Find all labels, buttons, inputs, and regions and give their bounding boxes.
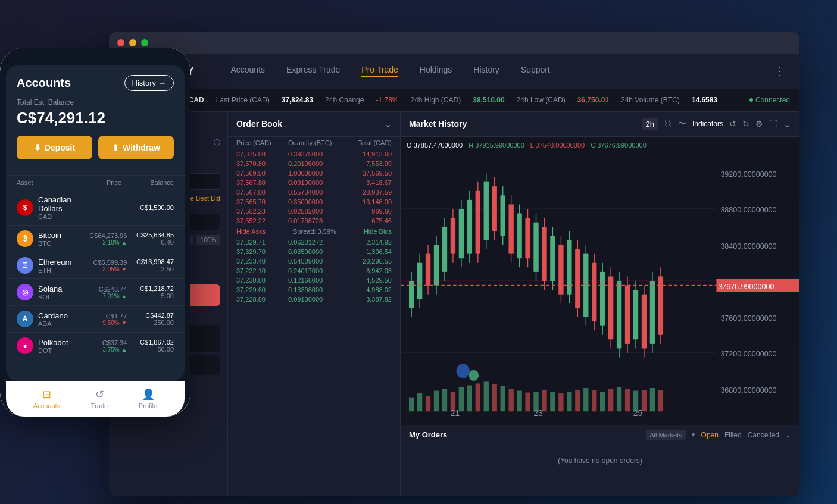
high-label: 24h High (CAD): [411, 96, 461, 104]
ask-row: 37,567.800.091000003,418.67: [228, 178, 400, 187]
asset-amount: 50.00: [132, 346, 174, 353]
svg-rect-73: [426, 396, 430, 411]
asset-balance-col: C$442.87 250.00: [132, 312, 174, 326]
chart-area: O 37857.47000000 H 37915.99000000 L 3754…: [401, 137, 799, 425]
mobile-header: Accounts History →: [6, 65, 185, 98]
asset-info: Solana SOL: [38, 284, 80, 300]
svg-point-116: [469, 370, 479, 380]
chart-type-icon[interactable]: ⌇⌇: [664, 119, 672, 129]
asset-price-col: C$37.34 3.75% ▲: [85, 339, 127, 353]
orderbook-chevron[interactable]: ⌄: [384, 118, 392, 130]
asset-name: Bitcoin: [38, 231, 80, 240]
orders-title: My Orders: [409, 430, 447, 439]
mobile-statusbar: [0, 48, 190, 65]
bids-container: 37,329.710.062012722,314.9237,329.700.03…: [228, 237, 400, 304]
tab-open[interactable]: Open: [701, 431, 719, 439]
fullscreen-icon[interactable]: ⛶: [769, 119, 777, 129]
asset-change: 2.10% ▲: [85, 239, 127, 246]
profile-icon: 👤: [142, 388, 155, 401]
ask-row: 37,875.800.3937500014,913.60: [228, 149, 400, 159]
more-menu-button[interactable]: ⋮: [773, 64, 785, 78]
withdraw-label: Withdraw: [123, 143, 160, 152]
asset-balance: C$442.87: [132, 312, 174, 319]
asset-amount: 5.00: [132, 292, 174, 299]
nav-history[interactable]: History: [473, 65, 499, 77]
asset-balance-col: C$13,998.47 2.50: [132, 258, 174, 273]
tab-filled[interactable]: Filled: [724, 431, 742, 439]
asset-name: Cardano: [38, 311, 80, 320]
nav-support[interactable]: Support: [521, 65, 550, 77]
asset-symbol: ADA: [38, 320, 80, 327]
close-btn[interactable]: [117, 39, 124, 46]
asks-container: 37,875.800.3937500014,913.6037,570.800.2…: [228, 149, 400, 226]
chart-controls: 2h ⌇⌇ 〜 Indicators ↺ ↻ ⚙ ⛶ ⌄: [642, 118, 792, 130]
svg-rect-84: [517, 390, 521, 411]
markets-chevron[interactable]: ▾: [692, 431, 695, 439]
pct-100-button[interactable]: 100%: [196, 235, 220, 245]
nav-express-trade[interactable]: Express Trade: [286, 65, 340, 77]
nav-trade[interactable]: ↺ Trade: [91, 388, 108, 409]
ohlc-high: H 37915.99000000: [469, 142, 524, 149]
svg-text:37600.00000000: 37600.00000000: [720, 313, 776, 323]
asset-balance: C$1,867.02: [132, 339, 174, 346]
svg-text:37200.00000000: 37200.00000000: [720, 349, 776, 358]
browser-window: ₿ BITBUY Accounts Express Trade Pro Trad…: [109, 32, 799, 496]
all-markets-button[interactable]: All Markets: [646, 430, 685, 440]
asset-icon: Ξ: [17, 257, 33, 274]
main-content: Limit Market Purchase Limit ⓘ CAD $10000…: [109, 112, 799, 496]
mobile-history-button[interactable]: History →: [124, 75, 174, 91]
list-item[interactable]: ₿ Bitcoin BTC C$64,273.96 2.10% ▲ C$25,6…: [6, 225, 185, 252]
hide-bids-button[interactable]: Hide Bids: [364, 228, 392, 235]
svg-text:21: 21: [451, 408, 460, 418]
col-price: Price (CAD): [236, 139, 288, 146]
asset-balance-col: C$1,500.00: [132, 204, 174, 211]
bid-row: 37,232.100.240170008,942.03: [228, 266, 400, 276]
orders-chevron[interactable]: ⌄: [785, 431, 791, 439]
high-value: 38,510.00: [473, 96, 504, 104]
list-item[interactable]: ₳ Cardano ADA C$1.77 9.50% ▼ C$442.87 25…: [6, 305, 185, 332]
svg-rect-80: [484, 381, 489, 411]
low-value: 36,750.01: [577, 96, 609, 104]
ask-row: 37,570.800.201060007,553.99: [228, 159, 400, 168]
spread-value: Spread: 0.59%: [293, 228, 336, 235]
asset-name: Polkadot: [38, 338, 80, 347]
nav-holdings[interactable]: Holdings: [420, 65, 452, 77]
deposit-button[interactable]: ⬇ Deposit: [17, 136, 92, 159]
withdraw-button[interactable]: ⬆ Withdraw: [98, 136, 174, 159]
deposit-icon: ⬇: [34, 143, 41, 152]
list-item[interactable]: ◎ Solana SOL C$243.74 7.01% ▲ C$1,218.72…: [6, 278, 185, 305]
asset-change: 9.50% ▼: [85, 320, 127, 326]
minimize-btn[interactable]: [129, 39, 136, 46]
mobile-title: Accounts: [17, 76, 71, 90]
maximize-btn[interactable]: [141, 39, 148, 46]
svg-text:38400.00000000: 38400.00000000: [720, 241, 776, 251]
orderbook-panel: Order Book ⌄ Price (CAD) Quantity (BTC) …: [228, 112, 401, 496]
list-item[interactable]: Ξ Ethereum ETH C$5,599.39 3.05% ▼ C$13,9…: [6, 252, 185, 278]
settings-icon[interactable]: ⚙: [755, 119, 763, 129]
list-item[interactable]: $ Canadian Dollars CAD C$1,500.00: [6, 190, 185, 225]
chart-chevron[interactable]: ⌄: [783, 118, 791, 130]
timeframe-button[interactable]: 2h: [642, 118, 658, 130]
bid-row: 37,228.800.091000003,387.82: [228, 295, 400, 304]
nav-pro-trade[interactable]: Pro Trade: [361, 65, 398, 77]
list-item[interactable]: ● Polkadot DOT C$37.34 3.75% ▲ C$1,867.0…: [6, 332, 185, 359]
trade-icon: ↺: [95, 388, 104, 401]
redo-icon[interactable]: ↻: [742, 119, 749, 129]
nav-accounts[interactable]: Accounts: [230, 65, 265, 77]
change-value: -1.78%: [376, 96, 398, 104]
wave-icon[interactable]: 〜: [678, 118, 686, 129]
undo-icon[interactable]: ↺: [729, 119, 736, 129]
connection-label: Connected: [755, 96, 790, 104]
ask-row: 37,567.000.5573400020,937.59: [228, 187, 400, 197]
tab-cancelled[interactable]: Cancelled: [748, 431, 779, 439]
nav-profile[interactable]: 👤 Profile: [139, 388, 157, 409]
profile-nav-label: Profile: [139, 402, 157, 409]
low-label: 24h Low (CAD): [517, 96, 566, 104]
bid-row: 37,229.600.133980004,988.02: [228, 285, 400, 295]
nav-accounts[interactable]: ⊟ Accounts: [33, 388, 60, 409]
asset-icon: ₿: [17, 230, 33, 247]
svg-rect-75: [442, 389, 447, 411]
hide-asks-button[interactable]: Hide Asks: [236, 228, 266, 235]
asset-amount: 2.50: [132, 265, 174, 273]
indicators-button[interactable]: Indicators: [692, 120, 723, 128]
